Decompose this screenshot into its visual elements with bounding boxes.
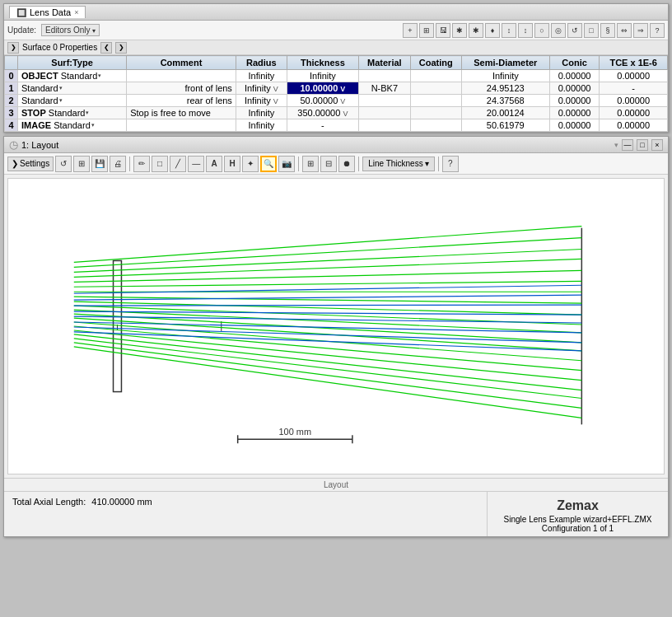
layout-rect-btn[interactable]: □: [152, 156, 168, 172]
surface-props-next[interactable]: ❯: [115, 42, 127, 54]
row0-type-dropdown[interactable]: Standard▾: [61, 71, 102, 81]
row1-material[interactable]: N-BK7: [358, 82, 410, 95]
surface-props-prev[interactable]: ❮: [100, 42, 112, 54]
row3-conic[interactable]: 0.00000: [549, 107, 600, 119]
row4-surf-type-text: IMAGE: [21, 120, 51, 130]
toolbar-icon-btn2[interactable]: 🖫: [436, 23, 450, 38]
layout-maximize-btn[interactable]: □: [637, 139, 648, 151]
layout-print-btn[interactable]: 🖨: [110, 156, 126, 172]
row1-type-dropdown[interactable]: Standard▾: [21, 83, 63, 93]
toolbar-grid-btn[interactable]: ⊞: [419, 23, 434, 38]
toolbar-refresh-btn[interactable]: ↺: [567, 23, 582, 38]
th-coating: Coating: [410, 56, 461, 70]
row0-radius[interactable]: Infinity: [236, 70, 287, 82]
toolbar-circle-btn[interactable]: ○: [534, 23, 549, 38]
row0-conic[interactable]: 0.00000: [549, 70, 600, 82]
layout-minimize-btn[interactable]: —: [622, 139, 633, 151]
layout-copy-btn[interactable]: ⊞: [73, 156, 90, 172]
row-num-2: 2: [5, 95, 18, 107]
layout-layers-btn[interactable]: ⊟: [320, 156, 337, 172]
toolbar-arrows-btn[interactable]: ↕: [502, 23, 516, 38]
toolbar-square-btn[interactable]: □: [584, 23, 599, 38]
lens-data-tab[interactable]: 🔲 Lens Data ×: [9, 6, 86, 18]
row3-type-dropdown[interactable]: Standard▾: [49, 108, 90, 118]
update-mode[interactable]: Editors Only ▾: [41, 24, 100, 36]
layout-help-btn[interactable]: ?: [442, 156, 459, 172]
row0-surf-type-text: OBJECT: [21, 71, 58, 81]
lens-table: Surf:Type Comment Radius Thickness Mater…: [4, 55, 668, 132]
row3-radius[interactable]: Infinity: [236, 107, 287, 119]
th-surf-type: Surf:Type: [18, 56, 127, 70]
layout-text-a-btn[interactable]: A: [206, 156, 222, 172]
settings-button[interactable]: ❯ Settings: [7, 157, 54, 171]
table-row: 0 OBJECT Standard▾ Infinity Infinity Inf…: [5, 70, 668, 82]
row4-tce: 0.00000: [600, 119, 668, 132]
layout-text-h-btn[interactable]: H: [224, 156, 240, 172]
row3-comment: Stop is free to move: [127, 107, 236, 119]
toolbar-right-btn[interactable]: ⇒: [633, 23, 648, 38]
settings-label: Settings: [20, 159, 49, 168]
row4-comment: [127, 119, 236, 132]
layout-svg: 100 mm: [8, 179, 664, 474]
row0-thickness[interactable]: Infinity: [287, 70, 358, 82]
row1-semi-diameter: 24.95123: [461, 82, 549, 95]
layout-canvas: 100 mm: [7, 178, 665, 474]
layout-camera-btn[interactable]: 📷: [278, 156, 295, 172]
layout-info-row: Total Axial Length: 410.00000 mm Zemax S…: [4, 491, 668, 536]
layout-panel: ◷ 1: Layout ▾ — □ × ❯ Settings ↺ ⊞ 💾 🖨 ✏…: [3, 136, 669, 537]
layout-pen-btn[interactable]: ✏: [133, 156, 150, 172]
layout-axial-length: Total Axial Length: 410.00000 mm: [4, 492, 487, 536]
row2-comment: rear of lens: [127, 95, 236, 107]
layout-circle-btn[interactable]: ⏺: [338, 156, 355, 172]
layout-save-btn[interactable]: 💾: [91, 156, 108, 172]
line-thickness-arrow: ▾: [425, 159, 429, 168]
toolbar-diamond-btn[interactable]: ♦: [485, 23, 500, 38]
toolbar-arrows-btn2[interactable]: ↕: [518, 23, 533, 38]
row2-thickness[interactable]: 50.00000 V: [287, 95, 358, 107]
layout-zoom-btn[interactable]: 🔍: [260, 156, 277, 172]
row3-tce: 0.00000: [600, 107, 668, 119]
layout-refresh-btn[interactable]: ↺: [55, 156, 72, 172]
row0-comment: [127, 70, 236, 82]
row4-radius[interactable]: Infinity: [236, 119, 287, 132]
lens-data-tab-icon: 🔲: [16, 8, 26, 17]
layout-line-btn[interactable]: ╱: [170, 156, 186, 172]
layout-title-icon: ◷: [9, 138, 18, 151]
row2-type-dropdown[interactable]: Standard▾: [21, 96, 63, 105]
toolbar-target-btn[interactable]: ◎: [551, 23, 566, 38]
layout-hline-btn[interactable]: —: [188, 156, 204, 172]
th-radius: Radius: [236, 56, 287, 70]
row-num-4: 4: [5, 119, 18, 132]
update-label: Update:: [7, 26, 36, 35]
row-num-1: 1: [5, 82, 18, 95]
svg-rect-0: [25, 179, 647, 474]
toolbar-star-btn[interactable]: ✱: [452, 23, 467, 38]
layout-right-info: Zemax Single Lens Example wizard+EFFL.ZM…: [487, 492, 668, 536]
toolbar-section-btn[interactable]: §: [600, 23, 615, 38]
toolbar-add-btn[interactable]: +: [403, 23, 418, 38]
lens-table-wrapper: Surf:Type Comment Radius Thickness Mater…: [4, 55, 668, 132]
row1-thickness[interactable]: 10.00000 V: [287, 82, 358, 95]
row4-type-dropdown[interactable]: Standard▾: [54, 120, 95, 130]
lens-data-tab-close[interactable]: ×: [74, 8, 78, 16]
row3-thickness[interactable]: 350.00000 V: [287, 107, 358, 119]
row1-conic[interactable]: 0.00000: [549, 82, 600, 95]
file-info: Single Lens Example wizard+EFFL.ZMX: [494, 515, 661, 524]
toolbar-lfrt-btn[interactable]: ⇔: [617, 23, 632, 38]
toolbar-help-btn[interactable]: ?: [650, 23, 665, 38]
row0-semi-diameter: Infinity: [461, 70, 549, 82]
row1-radius[interactable]: Infinity V: [236, 82, 287, 95]
row1-tce: -: [600, 82, 668, 95]
row2-conic[interactable]: 0.00000: [549, 95, 600, 107]
line-thickness-button[interactable]: Line Thickness ▾: [362, 157, 435, 171]
layout-label: Layout: [4, 479, 668, 491]
toolbar-star-btn2[interactable]: ✱: [469, 23, 483, 38]
row4-conic[interactable]: 0.00000: [549, 119, 600, 132]
th-comment: Comment: [127, 56, 236, 70]
layout-grid-btn[interactable]: ⊞: [302, 156, 319, 172]
layout-close-btn[interactable]: ×: [651, 139, 663, 151]
row2-radius[interactable]: Infinity V: [236, 95, 287, 107]
surface-props-toggle[interactable]: ❯: [7, 42, 19, 54]
row4-material: [358, 119, 410, 132]
layout-move-btn[interactable]: ✦: [242, 156, 259, 172]
